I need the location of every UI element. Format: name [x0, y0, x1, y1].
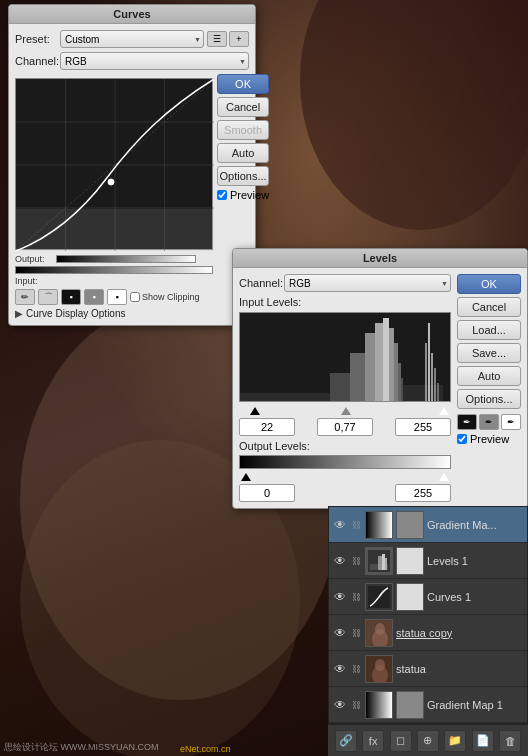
layer-mask	[396, 691, 424, 719]
svg-rect-21	[398, 363, 401, 401]
smooth-curve-icon[interactable]: ⌒	[38, 289, 58, 305]
curves-auto-button[interactable]: Auto	[217, 143, 269, 163]
layer-name: Gradient Ma...	[427, 519, 523, 531]
svg-rect-24	[425, 343, 427, 401]
input-high[interactable]	[395, 418, 451, 436]
levels-load-button[interactable]: Load...	[457, 320, 521, 340]
sample-gray-icon[interactable]: ▪	[84, 289, 104, 305]
add-style-button[interactable]: fx	[362, 730, 384, 752]
visibility-icon[interactable]: 👁	[333, 590, 347, 604]
levels-channel-label: Channel:	[239, 277, 284, 289]
levels-auto-button[interactable]: Auto	[457, 366, 521, 386]
curves-cancel-button[interactable]: Cancel	[217, 97, 269, 117]
link-layers-button[interactable]: 🔗	[335, 730, 357, 752]
new-group-button[interactable]: 📁	[444, 730, 466, 752]
output-low[interactable]	[239, 484, 295, 502]
levels-preview-label: Preview	[470, 433, 509, 445]
curves-preview-row[interactable]: Preview	[217, 189, 269, 201]
svg-rect-18	[383, 318, 389, 401]
layer-row[interactable]: 👁 ⛓ statua copy	[329, 615, 527, 651]
svg-point-41	[375, 659, 385, 671]
svg-rect-13	[240, 393, 330, 401]
layer-name: Levels 1	[427, 555, 523, 567]
sample-highlight-icon[interactable]: ▪	[107, 289, 127, 305]
output-slider[interactable]	[239, 472, 451, 482]
svg-rect-28	[437, 383, 439, 401]
eyedropper-white-icon[interactable]: ✒	[501, 414, 521, 430]
input-mid[interactable]	[317, 418, 373, 436]
visibility-icon[interactable]: 👁	[333, 518, 347, 532]
visibility-icon[interactable]: 👁	[333, 662, 347, 676]
chain-icon: ⛓	[350, 627, 362, 639]
levels-save-button[interactable]: Save...	[457, 343, 521, 363]
svg-rect-33	[382, 554, 385, 570]
svg-rect-11	[16, 209, 214, 251]
output-label-curves: Output:	[15, 254, 53, 264]
show-clipping-label: Show Clipping	[142, 292, 200, 302]
levels-cancel-button[interactable]: Cancel	[457, 297, 521, 317]
watermark-logo: eNet.com.cn	[180, 744, 231, 754]
chain-icon: ⛓	[350, 591, 362, 603]
curves-graph[interactable]	[15, 78, 213, 250]
curves-options-button[interactable]: Options...	[217, 166, 269, 186]
delete-layer-button[interactable]: 🗑	[499, 730, 521, 752]
pencil-icon[interactable]: ✏	[15, 289, 35, 305]
curves-smooth-button[interactable]: Smooth	[217, 120, 269, 140]
output-highlight-slider[interactable]	[439, 473, 449, 481]
input-slider[interactable]	[239, 406, 451, 416]
layer-row[interactable]: 👁 ⛓ Gradient Ma...	[329, 507, 527, 543]
layer-thumbnail	[365, 547, 393, 575]
levels-histogram[interactable]	[239, 312, 451, 402]
svg-point-38	[375, 623, 385, 635]
levels-options-button[interactable]: Options...	[457, 389, 521, 409]
curves-tool-icons: ✏ ⌒ ▪ ▪ ▪ Show Clipping	[15, 289, 213, 305]
svg-rect-32	[378, 556, 382, 570]
curves-preview-checkbox[interactable]	[217, 190, 227, 200]
svg-rect-14	[330, 373, 350, 401]
svg-rect-16	[365, 333, 375, 401]
new-adjustment-button[interactable]: ⊕	[417, 730, 439, 752]
channel-select[interactable]: RGB	[60, 52, 249, 70]
eyedropper-black-icon[interactable]: ✒	[457, 414, 477, 430]
visibility-icon[interactable]: 👁	[333, 698, 347, 712]
layer-name: statua copy	[396, 627, 523, 639]
layer-row[interactable]: 👁 ⛓ Gradient Map 1	[329, 687, 527, 723]
add-mask-button[interactable]: ◻	[390, 730, 412, 752]
levels-channel-select[interactable]: RGB	[284, 274, 451, 292]
shadow-slider[interactable]	[250, 407, 260, 415]
curves-menu-icon[interactable]: ☰	[207, 31, 227, 47]
input-low[interactable]	[239, 418, 295, 436]
highlight-slider[interactable]	[439, 407, 449, 415]
svg-rect-34	[385, 558, 387, 570]
svg-rect-17	[375, 323, 383, 401]
layer-row[interactable]: 👁 ⛓ Levels 1	[329, 543, 527, 579]
midtone-slider[interactable]	[341, 407, 351, 415]
layer-name: Gradient Map 1	[427, 699, 523, 711]
output-shadow-slider[interactable]	[241, 473, 251, 481]
sample-shadow-icon[interactable]: ▪	[61, 289, 81, 305]
curve-display-options[interactable]: ▶ Curve Display Options	[15, 308, 213, 319]
levels-preview-row[interactable]: Preview	[457, 433, 521, 445]
preset-select[interactable]: Custom	[60, 30, 204, 48]
new-layer-button[interactable]: 📄	[472, 730, 494, 752]
layers-toolbar: 🔗 fx ◻ ⊕ 📁 📄 🗑	[328, 724, 528, 756]
svg-rect-20	[394, 343, 398, 401]
curves-add-icon[interactable]: +	[229, 31, 249, 47]
curves-ok-button[interactable]: OK	[217, 74, 269, 94]
eyedropper-gray-icon[interactable]: ✒	[479, 414, 499, 430]
levels-preview-checkbox[interactable]	[457, 434, 467, 444]
levels-ok-button[interactable]: OK	[457, 274, 521, 294]
layer-thumbnail	[365, 691, 393, 719]
output-high[interactable]	[395, 484, 451, 502]
layer-row[interactable]: 👁 ⛓ Curves 1	[329, 579, 527, 615]
svg-rect-25	[428, 323, 430, 401]
svg-rect-27	[434, 368, 436, 401]
layer-name: Curves 1	[427, 591, 523, 603]
show-clipping-checkbox[interactable]	[130, 292, 140, 302]
svg-rect-15	[350, 353, 365, 401]
channel-label: Channel:	[15, 55, 60, 67]
layer-row[interactable]: 👁 ⛓ statua	[329, 651, 527, 687]
visibility-icon[interactable]: 👁	[333, 626, 347, 640]
layers-panel: 👁 ⛓ Gradient Ma... 👁 ⛓ Levels 1 👁 ⛓	[328, 506, 528, 724]
visibility-icon[interactable]: 👁	[333, 554, 347, 568]
